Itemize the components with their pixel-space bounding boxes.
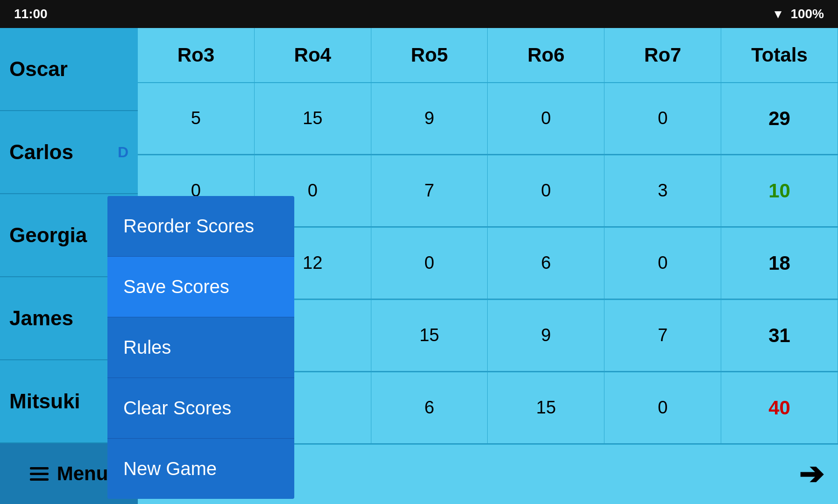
score-cell[interactable]: 0 [604, 228, 721, 299]
wifi-icon: ▼ [772, 7, 784, 21]
hamburger-icon [30, 467, 49, 481]
score-cell[interactable]: 6 [371, 372, 488, 444]
col-header-ro5: Ro5 [371, 28, 488, 82]
dropdown-menu: Reorder ScoresSave ScoresRulesClear Scor… [107, 196, 294, 499]
score-cell[interactable]: 0 [488, 83, 604, 154]
score-cell[interactable]: 3 [604, 155, 721, 227]
score-cell[interactable]: 6 [488, 228, 604, 299]
total-cell: 31 [721, 300, 838, 371]
player-name: Oscar [9, 57, 68, 81]
score-cell[interactable]: 15 [371, 300, 488, 371]
score-cell[interactable]: 0 [371, 228, 488, 299]
score-cell[interactable]: 5 [138, 83, 255, 154]
battery-display: 100% [790, 7, 824, 21]
dealer-badge: D [118, 144, 128, 161]
col-header-ro7: Ro7 [604, 28, 721, 82]
menu-item-rules[interactable]: Rules [107, 317, 294, 378]
score-cell[interactable]: 15 [255, 83, 371, 154]
total-cell: 18 [721, 228, 838, 299]
score-cell[interactable]: 0 [604, 372, 721, 444]
col-header-ro6: Ro6 [488, 28, 604, 82]
total-cell: 29 [721, 83, 838, 154]
menu-item-reorder-scores[interactable]: Reorder Scores [107, 196, 294, 257]
score-row: 51590029 [138, 83, 838, 155]
time-display: 11:00 [14, 7, 48, 21]
status-bar: 11:00 ▼ 100% [0, 0, 838, 28]
total-cell: 10 [721, 155, 838, 227]
menu-label: Menu [57, 462, 108, 485]
menu-item-save-scores[interactable]: Save Scores [107, 257, 294, 317]
score-cell[interactable]: 0 [488, 155, 604, 227]
player-row: CarlosD [0, 111, 138, 194]
score-cell[interactable]: 0 [604, 83, 721, 154]
status-right: ▼ 100% [772, 7, 824, 21]
total-cell: 40 [721, 372, 838, 444]
col-header-ro3: Ro3 [138, 28, 255, 82]
player-name: James [9, 307, 73, 330]
main-area: OscarCarlosDGeorgiaJamesMitsuki Menu Ro3… [0, 28, 838, 504]
score-cell[interactable]: 7 [371, 155, 488, 227]
col-header-ro4: Ro4 [255, 28, 371, 82]
score-cell[interactable]: 7 [604, 300, 721, 371]
score-cell[interactable]: 9 [371, 83, 488, 154]
next-arrow[interactable]: ➔ [799, 457, 824, 491]
col-header-totals: Totals [721, 28, 838, 82]
player-name: Georgia [9, 224, 87, 247]
menu-item-new-game[interactable]: New Game [107, 439, 294, 499]
player-name: Mitsuki [9, 390, 80, 413]
header-row: Ro3Ro4Ro5Ro6Ro7Totals [138, 28, 838, 83]
menu-item-clear-scores[interactable]: Clear Scores [107, 378, 294, 439]
score-cell[interactable]: 9 [488, 300, 604, 371]
player-row: Oscar [0, 28, 138, 111]
player-name: Carlos [9, 140, 73, 164]
score-cell[interactable]: 15 [488, 372, 604, 444]
